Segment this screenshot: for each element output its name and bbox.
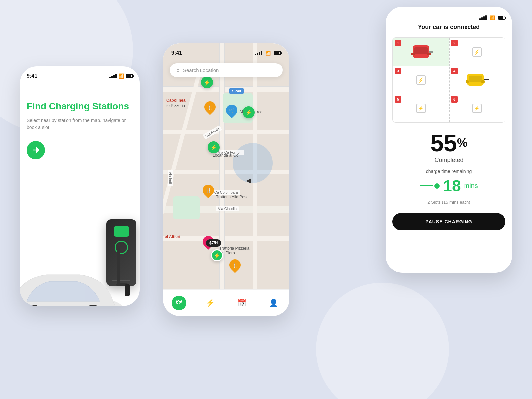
parking-slot-6: 6 ⚡ <box>449 94 505 122</box>
parking-grid: 1 2 ⚡ <box>392 37 505 123</box>
place-el-altieri: el Altieri <box>165 234 180 239</box>
battery-icon-1 <box>126 74 133 78</box>
charge-pin-1[interactable]: ⚡ <box>201 76 213 88</box>
car-red <box>409 43 433 61</box>
slot-num-2: 2 <box>451 40 458 46</box>
connector-dot <box>434 183 440 189</box>
time-number: 18 <box>443 177 461 195</box>
percent-sign: % <box>457 136 467 150</box>
wifi-icon-3: 📶 <box>490 15 495 20</box>
phone-screen-2: 9:41 📶 ⌕ Search Location <box>163 43 289 316</box>
wifi-icon-1: 📶 <box>118 73 124 79</box>
parking-slot-3: 3 ⚡ <box>393 66 449 94</box>
connected-title: Your car is connected <box>392 24 505 31</box>
parking-slot-4: 4 <box>449 66 505 94</box>
svg-rect-16 <box>481 80 485 83</box>
status-icons-3: 📶 <box>479 15 505 20</box>
signal-bar-2 <box>111 76 113 78</box>
charger-slot-icon-3: ⚡ <box>416 104 426 113</box>
status-icons-2: 📶 <box>255 51 281 56</box>
wifi-icon-2: 📶 <box>265 51 271 56</box>
sp40-badge: SP40 <box>229 88 244 94</box>
parking-row-2: 3 ⚡ 4 <box>393 66 505 94</box>
status-time-2: 9:41 <box>171 50 182 56</box>
charger-slot-icon-4: ⚡ <box>472 104 482 113</box>
signal-bars-3 <box>479 15 487 20</box>
parking-slot-1: 1 <box>393 38 449 66</box>
bottom-nav: 🗺 ⚡ 📅 👤 <box>163 289 289 316</box>
status-icons-1: 📶 <box>109 73 133 79</box>
bg-decoration-2 <box>316 283 449 399</box>
p3-signal-1 <box>479 18 481 20</box>
svg-rect-15 <box>466 80 469 83</box>
svg-rect-10 <box>411 53 415 55</box>
percent-display: 55% <box>392 131 505 155</box>
phone1-subtitle: Select near by station from the map. nav… <box>27 117 133 131</box>
signal-bars-2 <box>255 51 262 55</box>
price-tag: $7/H <box>206 239 221 247</box>
charge-pin-3-icon: ⚡ <box>210 144 217 151</box>
slot-num-5: 5 <box>395 96 401 103</box>
svg-rect-14 <box>469 76 482 82</box>
phone-screen-1: 9:41 📶 Find Charging Stations Select nea… <box>20 66 140 306</box>
signal-bar-4 <box>115 74 117 78</box>
parking-slot-2: 2 ⚡ <box>449 38 505 66</box>
calendar-icon: 📅 <box>237 299 246 307</box>
shop-pin: 🛒 <box>226 105 237 116</box>
charge-time-label: charge time remaining <box>392 169 505 174</box>
battery-icon-2 <box>274 51 281 55</box>
charge-pin-selected[interactable]: ⚡ <box>211 249 223 261</box>
green-area-2 <box>173 196 200 219</box>
charge-pin-2[interactable]: ⚡ <box>243 106 255 118</box>
signal-bars-1 <box>109 74 117 78</box>
status-bar-3: 9:41 📶 <box>392 15 505 20</box>
map-icon: 🗺 <box>176 299 182 307</box>
completed-label: Completed <box>392 157 505 164</box>
pause-charging-button[interactable]: PAUSE CHARGING <box>392 213 505 230</box>
time-display: 18 mins <box>392 177 505 195</box>
place-trattoria-pizzeria: Trattoria PizzeriaDa Piero <box>219 246 249 255</box>
battery-icon-3 <box>498 16 505 20</box>
profile-nav-icon: 👤 <box>266 296 281 310</box>
map-area[interactable]: SP40 Via Annié Via Cà Fornoni Via Cà Col… <box>163 43 289 289</box>
map-nav-icon: 🗺 <box>172 296 186 310</box>
direction-arrow: ◀ <box>246 176 251 184</box>
signal-bar-1 <box>109 77 111 78</box>
food-pin-3: 🍴 <box>229 259 241 271</box>
charge-nav-icon: ⚡ <box>203 296 218 310</box>
svg-rect-9 <box>414 47 428 54</box>
arrow-right-icon <box>32 146 40 154</box>
parking-row-1: 1 2 ⚡ <box>393 38 505 66</box>
nav-map[interactable]: 🗺 <box>172 296 186 310</box>
car-illustration <box>20 251 133 306</box>
search-placeholder-text: Search Location <box>183 67 219 73</box>
next-button[interactable] <box>27 141 45 159</box>
charge-pin-3[interactable]: ⚡ <box>208 141 220 153</box>
map-signal-1 <box>255 54 256 55</box>
slot-num-3: 3 <box>395 68 401 74</box>
nav-charge[interactable]: ⚡ <box>203 296 218 310</box>
search-bar[interactable]: ⌕ Search Location <box>170 63 283 77</box>
place-capolinea: Capolineate Pizzeria <box>166 98 185 108</box>
charge-pin-1-icon: ⚡ <box>204 79 210 86</box>
connector-line <box>420 185 433 186</box>
slot-num-1: 1 <box>395 40 401 46</box>
road-label-via-claudia: Via Claudia <box>216 206 239 211</box>
status-time-3-placeholder: 9:41 <box>392 15 402 20</box>
percent-number: 55 <box>430 130 457 156</box>
map-signal-2 <box>257 53 258 55</box>
nav-profile[interactable]: 👤 <box>266 296 281 310</box>
slot-num-6: 6 <box>451 96 458 103</box>
nav-calendar[interactable]: 📅 <box>235 296 249 310</box>
p3-signal-3 <box>483 16 485 20</box>
charger-slot-icon-1: ⚡ <box>472 47 482 57</box>
profile-icon: 👤 <box>269 299 278 307</box>
charger-slot-icon-2: ⚡ <box>416 75 426 85</box>
place-locanda: Locanda al Co <box>213 153 238 158</box>
connector-visual <box>420 183 440 189</box>
phone-notch-1 <box>63 84 96 91</box>
car-yellow <box>466 72 489 88</box>
status-bar-1: 9:41 📶 <box>27 73 133 79</box>
phone-screen-3: 9:41 📶 Your car is connected <box>386 7 512 273</box>
svg-rect-11 <box>427 53 431 55</box>
